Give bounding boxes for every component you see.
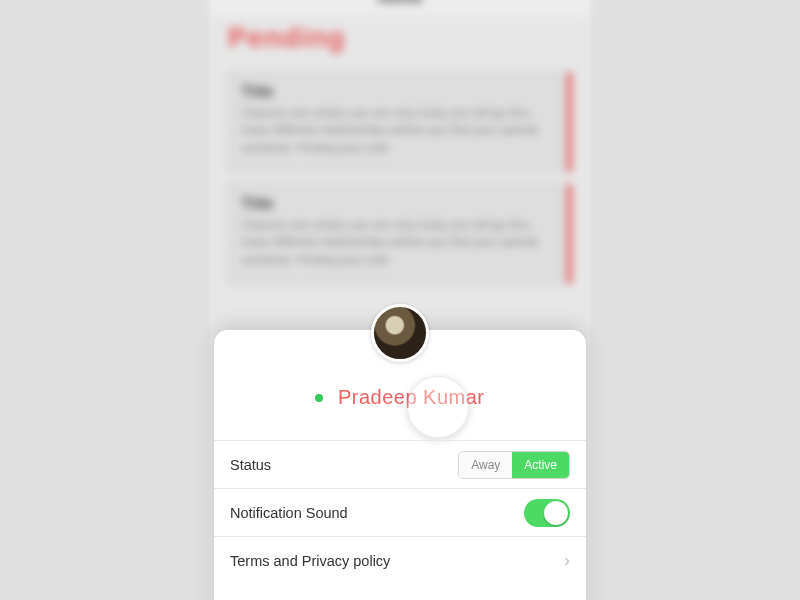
card-title: Title — [241, 83, 555, 101]
user-name: Pradeep Kumar — [338, 386, 485, 409]
card-body: Chances are unless you are very lucky yo… — [241, 217, 555, 269]
profile-bottom-sheet[interactable]: Pradeep Kumar Status Away Active Notific… — [214, 330, 586, 600]
nav-title: Home — [210, 0, 590, 16]
notification-sound-toggle[interactable] — [524, 499, 570, 527]
status-option-away[interactable]: Away — [459, 452, 512, 478]
card-title: Title — [241, 195, 555, 213]
section-heading: Pending — [228, 22, 345, 54]
phone-frame: Home Pending Title Chances are unless yo… — [210, 0, 590, 600]
row-label: Terms and Privacy policy — [230, 553, 564, 569]
pending-card: Title Chances are unless you are very lu… — [228, 72, 572, 172]
presence-dot-icon — [315, 394, 323, 402]
card-body: Chances are unless you are very lucky yo… — [241, 105, 555, 157]
row-terms-privacy[interactable]: Terms and Privacy policy › — [214, 536, 586, 584]
status-segmented-control[interactable]: Away Active — [458, 451, 570, 479]
chevron-right-icon: › — [564, 550, 570, 571]
user-name-row: Pradeep Kumar — [214, 386, 586, 409]
status-option-active[interactable]: Active — [512, 452, 569, 478]
row-label: Notification Sound — [230, 505, 524, 521]
row-notification-sound: Notification Sound — [214, 488, 586, 536]
pending-card: Title Chances are unless you are very lu… — [228, 184, 572, 284]
row-status: Status Away Active — [214, 440, 586, 488]
row-label: Status — [230, 457, 458, 473]
avatar[interactable] — [371, 304, 429, 362]
